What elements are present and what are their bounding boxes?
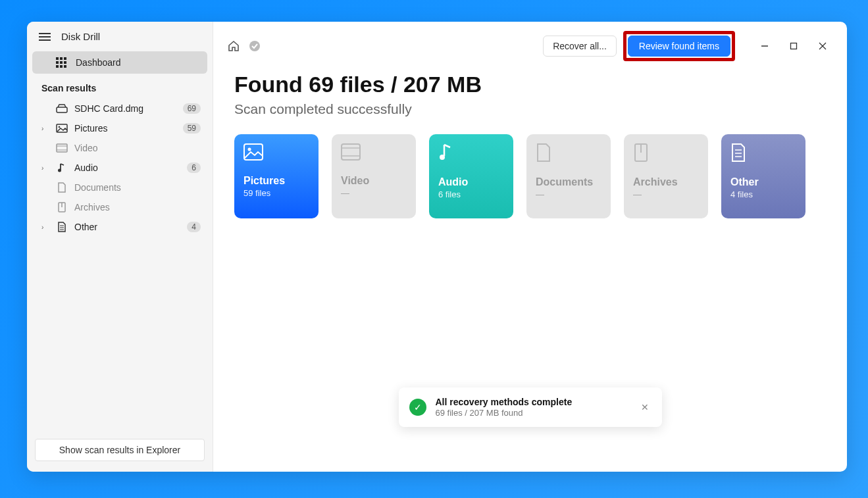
tree-item-label: Pictures [74,123,176,134]
recover-all-button[interactable]: Recover all... [543,36,617,57]
archive-icon [633,143,699,162]
video-icon [341,143,407,161]
tile-label: Documents [536,176,601,188]
app-title: Disk Drill [61,31,100,42]
svg-rect-19 [342,144,360,160]
tile-pictures[interactable]: Pictures 59 files [234,134,319,218]
tile-label: Pictures [243,175,309,187]
tree-item-label: Audio [74,162,180,173]
menu-icon[interactable] [39,33,51,41]
results-subheading: Scan completed successfully [234,101,826,117]
window-maximize-button[interactable] [782,37,805,55]
content: Found 69 files / 207 MB Scan completed s… [213,68,847,218]
music-icon [438,143,504,162]
image-icon [243,143,309,161]
tile-count: 6 files [438,189,504,199]
tile-count: — [536,189,601,199]
count-badge: 59 [183,123,201,134]
check-circle-icon: ✓ [409,399,426,416]
category-tiles: Pictures 59 files Video — Audio 6 files … [234,134,826,218]
tree-item-audio[interactable]: › Audio 6 [27,158,213,178]
nav-dashboard-label: Dashboard [76,57,121,68]
tree-item-drive[interactable]: › SDHC Card.dmg 69 [27,99,213,118]
show-in-explorer-button[interactable]: Show scan results in Explorer [35,439,205,461]
count-badge: 6 [187,162,201,173]
tile-label: Other [730,176,796,188]
tile-label: Video [341,175,407,187]
window-close-button[interactable] [811,37,834,55]
tree-item-archives[interactable]: › Archives [27,197,213,217]
svg-point-22 [440,155,445,160]
topbar: Recover all... Review found items [213,22,847,68]
tile-count: — [633,189,699,199]
chevron-icon: › [41,164,49,172]
tree-item-label: Other [74,222,180,232]
tile-count: — [341,188,407,198]
count-badge: 4 [187,222,201,232]
sidebar-header: Disk Drill [27,22,213,51]
tile-video: Video — [332,134,416,218]
svg-point-18 [248,148,251,151]
video-icon [56,143,68,153]
document-icon [536,143,601,162]
tile-label: Archives [633,176,699,188]
annotation-highlight: Review found items [623,31,735,61]
tree-item-pictures[interactable]: › Pictures 59 [27,118,213,138]
check-badge-icon[interactable] [247,39,262,53]
svg-rect-14 [791,43,797,49]
archive-icon [56,202,68,212]
count-badge: 69 [183,103,201,114]
chevron-icon: › [41,125,49,132]
tile-archives: Archives — [624,134,708,218]
tree-item-documents[interactable]: › Documents [27,178,213,197]
tree-item-label: Archives [74,202,201,212]
image-icon [56,124,68,133]
dashboard-icon [56,57,66,68]
tile-count: 4 files [730,189,796,199]
results-heading: Found 69 files / 207 MB [234,72,826,97]
drive-icon [56,104,68,113]
music-icon [56,162,68,173]
toast-subtitle: 69 files / 207 MB found [436,408,629,418]
tree-item-other[interactable]: › Other 4 [27,217,213,237]
svg-rect-3 [57,144,67,152]
tile-other[interactable]: Other 4 files [721,134,805,218]
tree-item-video[interactable]: › Video [27,138,213,158]
chevron-icon: › [41,224,49,231]
sidebar-section-title: Scan results [27,74,213,99]
document-icon [56,182,68,193]
home-icon[interactable] [226,39,241,53]
svg-point-12 [249,41,260,51]
svg-point-2 [59,126,61,128]
app-window: Disk Drill Dashboard Scan results › SDHC… [27,22,847,472]
tree-item-label: Documents [74,182,201,193]
file-icon [730,143,796,162]
tile-audio[interactable]: Audio 6 files [429,134,513,218]
toast-title: All recovery methods complete [436,397,629,407]
file-icon [56,222,68,232]
completion-toast: ✓ All recovery methods complete 69 files… [399,387,662,427]
nav-dashboard[interactable]: Dashboard [32,51,207,74]
tile-label: Audio [438,176,504,188]
window-minimize-button[interactable] [753,37,776,55]
sidebar-footer: Show scan results in Explorer [27,439,213,472]
tile-count: 59 files [243,188,309,198]
main-panel: Recover all... Review found items Found … [213,22,847,472]
sidebar: Disk Drill Dashboard Scan results › SDHC… [27,22,213,472]
toast-message: All recovery methods complete 69 files /… [436,397,629,418]
tree-item-label: SDHC Card.dmg [74,103,176,114]
svg-rect-17 [244,144,263,160]
tile-documents: Documents — [526,134,611,218]
svg-rect-0 [57,107,67,112]
tree-item-label: Video [74,143,201,153]
svg-point-6 [58,169,61,172]
toast-close-button[interactable]: ✕ [638,399,651,415]
review-found-items-button[interactable]: Review found items [628,36,730,57]
